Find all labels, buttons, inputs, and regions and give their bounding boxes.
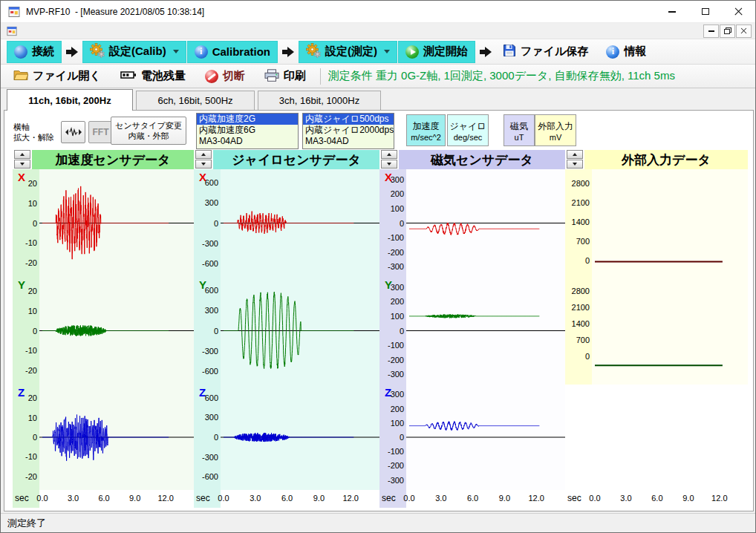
gyro-unit-button[interactable]: ジャイロdeg/sec — [447, 114, 489, 146]
accel-range-option[interactable]: 内蔵加速度6G — [197, 125, 298, 136]
tab-11ch-200hz[interactable]: 11ch, 16bit, 200Hz — [7, 89, 133, 111]
gears-icon — [90, 43, 105, 60]
x-tick-label: 6.0 — [277, 494, 298, 503]
haxis-zoom-label: 横軸 拡大・解除 — [13, 122, 54, 143]
waveform-plot-acceleration-z — [39, 385, 194, 490]
up-arrow-icon — [573, 153, 577, 156]
y-tick-label: 300 — [379, 390, 404, 399]
tab-6ch-500hz[interactable]: 6ch, 16bit, 500Hz — [136, 91, 255, 110]
calibration-button[interactable]: i Calibration — [187, 41, 278, 63]
tab-3ch-1000hz[interactable]: 3ch, 16bit, 1000Hz — [258, 91, 381, 110]
measurement-panel: 横軸 拡大・解除 FFT センサタイプ変更 内蔵・外部 内蔵加速度2G 内蔵加速… — [4, 110, 754, 511]
x-tick-label: 9.0 — [125, 494, 146, 503]
scale-up-button[interactable] — [567, 150, 583, 159]
up-arrow-icon — [387, 153, 391, 156]
y-tick-label: 0 — [194, 219, 218, 228]
chart-column-title: ジャイロセンサデータ — [213, 150, 379, 169]
waveform-plot-magnetic-x — [406, 169, 565, 277]
save-file-button[interactable]: ファイル保存 — [496, 41, 595, 63]
y-tick-label: -300 — [379, 476, 404, 485]
y-tick-label: -300 — [194, 453, 218, 462]
accel-range-option[interactable]: 内蔵加速度2G — [197, 114, 298, 125]
connect-button[interactable]: 接続 — [7, 41, 62, 63]
plot-row-external-0: 2800210014007000 — [565, 169, 748, 277]
x-tick-label: 3.0 — [431, 494, 452, 503]
magnetic-unit-button[interactable]: 磁気uT — [504, 114, 535, 146]
x-tick-label: 3.0 — [616, 494, 636, 503]
info-icon: i — [606, 45, 619, 59]
plot-row-acceleration-y: Y20100-10-20 — [13, 277, 194, 385]
y-tick-label: 0 — [13, 219, 37, 228]
plot-row-acceleration-x: X20100-10-20 — [13, 169, 194, 277]
status-bar: 測定終了 — [1, 513, 755, 532]
chart-column-gyro: ジャイロセンサデータX6003000-300-600Y6003000-300-6… — [194, 150, 379, 508]
y-tick-label: 0 — [379, 219, 404, 228]
disconnect-button[interactable]: 切断 — [198, 65, 252, 88]
y-tick-label: -300 — [194, 347, 218, 356]
x-axis-unit-label: sec — [196, 493, 210, 503]
plot-row-gyro-y: Y6003000-300-600 — [194, 277, 379, 385]
scale-down-button[interactable] — [567, 160, 583, 169]
scale-down-button[interactable] — [195, 160, 212, 169]
scale-up-button[interactable] — [14, 150, 30, 159]
y-tick-label: -600 — [194, 472, 218, 481]
y-tick-label: 1400 — [565, 319, 590, 328]
mdi-minimize-button[interactable] — [703, 24, 719, 38]
mdi-restore-button[interactable] — [720, 24, 735, 38]
close-button[interactable] — [722, 1, 755, 22]
scale-down-button[interactable] — [381, 160, 397, 169]
waveform-plot-magnetic-y — [406, 277, 565, 385]
battery-button[interactable]: 電池残量 — [114, 65, 192, 88]
gyro-range-option[interactable]: 内蔵ジャイロ500dps — [303, 114, 394, 125]
setup-measure-label: 設定(測定) — [325, 45, 377, 59]
start-measure-button[interactable]: 測定開始 — [398, 41, 475, 63]
plot-row-gyro-z: Z6003000-300-600 — [194, 385, 379, 490]
down-arrow-icon — [201, 163, 206, 166]
x-tick-label: 6.0 — [647, 494, 668, 503]
chart-column-acceleration: 加速度センサデータX20100-10-20Y20100-10-20Z20100-… — [13, 150, 194, 508]
fft-button[interactable]: FFT — [88, 121, 113, 143]
mdi-close-button[interactable] — [736, 24, 752, 38]
gears-icon — [306, 43, 321, 60]
x-tick-label: 9.0 — [308, 494, 329, 503]
x-tick-label: 0.0 — [213, 494, 234, 503]
time-axis-row: sec0.03.06.09.012.0 — [565, 490, 748, 508]
maximize-button[interactable] — [688, 1, 722, 22]
scale-spinner — [567, 150, 583, 169]
scale-up-button[interactable] — [381, 150, 397, 159]
time-axis-row: sec0.03.06.09.012.0 — [13, 490, 194, 508]
sensor-type-button[interactable]: センサタイプ変更 内蔵・外部 — [111, 117, 186, 145]
scale-down-button[interactable] — [14, 160, 30, 169]
waveform-zoom-icon — [65, 126, 82, 138]
y-tick-label: 700 — [565, 336, 590, 344]
print-button[interactable]: 印刷 — [258, 65, 313, 88]
haxis-zoom-button[interactable] — [61, 121, 85, 143]
mdi-window-controls — [703, 24, 752, 38]
info-icon: i — [195, 45, 208, 59]
channel-tabbar: 11ch, 16bit, 200Hz 6ch, 16bit, 500Hz 3ch… — [1, 88, 755, 110]
scale-spinner — [195, 150, 212, 169]
y-tick-label: 2100 — [565, 303, 590, 312]
y-tick-label: 10 — [13, 199, 37, 208]
info-button[interactable]: i 情報 — [599, 41, 653, 63]
scale-up-button[interactable] — [195, 150, 212, 159]
setup-calib-button[interactable]: 設定(Calib) — [82, 41, 186, 63]
accel-range-option[interactable]: MA3-04AD — [197, 136, 298, 147]
y-tick-label: 0 — [379, 327, 404, 336]
y-tick-label: 20 — [13, 393, 37, 402]
gyro-range-option[interactable]: 内蔵ジャイロ2000dps — [303, 125, 394, 136]
waveform-plot-magnetic-z — [406, 385, 565, 490]
y-tick-label: 300 — [379, 175, 404, 184]
y-tick-label: -600 — [194, 259, 218, 268]
external-unit-button[interactable]: 外部入力mV — [535, 114, 576, 146]
disconnect-icon — [205, 70, 218, 83]
x-tick-label: 9.0 — [494, 494, 515, 503]
gyro-range-option[interactable]: MA3-04AD — [303, 136, 394, 147]
open-file-button[interactable]: ファイル開く — [7, 65, 108, 88]
print-label: 印刷 — [284, 69, 306, 83]
minimize-button[interactable] — [655, 1, 688, 22]
plot-row-magnetic-z: Z3002001000-100-200-300 — [379, 385, 565, 490]
accel-unit-button[interactable]: 加速度m/sec^2 — [406, 114, 446, 146]
setup-measure-button[interactable]: 設定(測定) — [299, 41, 397, 63]
y-tick-label: -300 — [379, 370, 404, 379]
